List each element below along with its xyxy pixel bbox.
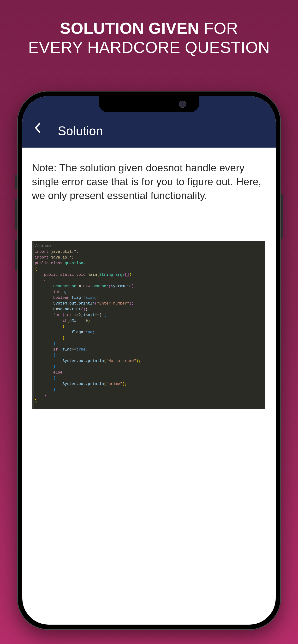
promo-headline: SOLUTION GIVEN FOR EVERY HARDCORE QUESTI… — [28, 19, 270, 57]
headline-after: FOR — [199, 19, 238, 37]
page-title: Solution — [58, 124, 103, 138]
phone-frame: Solution Note: The solution given doesno… — [17, 91, 281, 630]
phone-side-buttons-left — [15, 175, 17, 280]
code-block: //prime import java.util.*; import java.… — [32, 241, 265, 409]
phone-side-button-right — [281, 194, 283, 239]
phone-notch — [99, 96, 199, 112]
phone-screen: Solution Note: The solution given doesno… — [22, 96, 276, 624]
back-icon[interactable] — [34, 120, 46, 138]
headline-bold: SOLUTION GIVEN — [60, 19, 199, 37]
phone-mockup: Solution Note: The solution given doesno… — [17, 91, 281, 630]
note-text: Note: The solution given doesnot handle … — [32, 161, 266, 202]
phone-camera — [179, 100, 186, 108]
headline-line2: EVERY HARDCORE QUESTION — [28, 38, 270, 56]
content-area: Note: The solution given doesnot handle … — [22, 148, 276, 418]
